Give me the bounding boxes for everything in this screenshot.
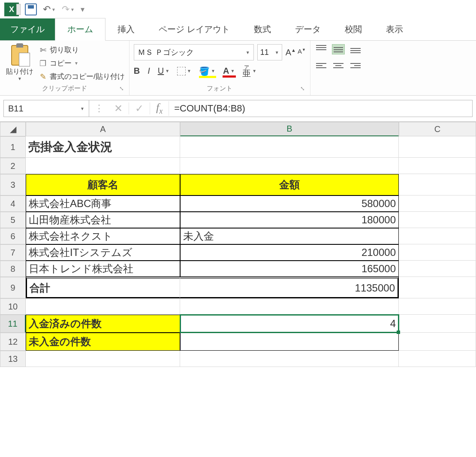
chevron-down-icon[interactable]: ▼ bbox=[275, 50, 279, 55]
tab-page-layout[interactable]: ページ レイアウト bbox=[147, 18, 242, 40]
cell-A8[interactable]: 日本トレンド株式会社 bbox=[26, 261, 180, 277]
row-header[interactable]: 11 bbox=[0, 315, 26, 333]
row-header[interactable]: 6 bbox=[0, 228, 26, 244]
accept-formula-button[interactable]: ✓ bbox=[129, 102, 150, 114]
cell-C2[interactable] bbox=[399, 158, 476, 174]
cell-A9[interactable]: 合計 bbox=[26, 277, 180, 298]
row-header[interactable]: 9 bbox=[0, 277, 26, 298]
tab-data[interactable]: データ bbox=[283, 18, 333, 40]
cell-B2[interactable] bbox=[180, 158, 399, 174]
cell-B8[interactable]: 165000 bbox=[180, 261, 399, 277]
cell-B12[interactable] bbox=[180, 333, 399, 351]
cut-button[interactable]: ✄ 切り取り bbox=[39, 45, 125, 55]
chevron-down-icon[interactable]: ▼ bbox=[74, 61, 78, 66]
row-header[interactable]: 1 bbox=[0, 136, 26, 158]
save-icon[interactable] bbox=[25, 3, 37, 15]
spreadsheet-grid[interactable]: ◢ A B C 1 売掛金入金状況 2 3 顧客名 金額 4 株式会社ABC商事… bbox=[0, 122, 476, 367]
font-size-select[interactable]: 11 ▼ bbox=[257, 44, 282, 60]
cell-A1[interactable]: 売掛金入金状況 bbox=[26, 136, 180, 158]
row-header[interactable]: 7 bbox=[0, 244, 26, 261]
cell-A4[interactable]: 株式会社ABC商事 bbox=[26, 195, 180, 212]
align-bottom-button[interactable] bbox=[349, 44, 362, 54]
col-header-C[interactable]: C bbox=[399, 122, 476, 136]
formula-input[interactable]: =COUNT(B4:B8) bbox=[169, 103, 472, 114]
cell-A12[interactable]: 未入金の件数 bbox=[26, 333, 180, 351]
name-box[interactable]: B11 ▼ bbox=[3, 100, 89, 117]
cell-C8[interactable] bbox=[399, 261, 476, 277]
col-header-B[interactable]: B bbox=[180, 122, 399, 136]
phonetic-button[interactable]: ア亜 ▼ bbox=[242, 66, 256, 77]
decrease-font-button[interactable]: A▼ bbox=[298, 48, 306, 57]
bold-button[interactable]: B bbox=[134, 66, 140, 76]
tab-home[interactable]: ホーム bbox=[55, 18, 105, 41]
cell-C5[interactable] bbox=[399, 212, 476, 228]
cell-B6[interactable]: 未入金 bbox=[180, 228, 399, 244]
italic-button[interactable]: I bbox=[148, 66, 150, 76]
cell-C1[interactable] bbox=[399, 136, 476, 158]
underline-button[interactable]: U▼ bbox=[158, 66, 169, 76]
fill-color-button[interactable]: 🪣▼ bbox=[199, 66, 215, 76]
cell-A7[interactable]: 株式会社ITシステムズ bbox=[26, 244, 180, 261]
increase-font-button[interactable]: A▲ bbox=[286, 48, 296, 57]
cell-A6[interactable]: 株式会社ネクスト bbox=[26, 228, 180, 244]
format-painter-button[interactable]: ✎ 書式のコピー/貼り付け bbox=[39, 72, 125, 81]
tab-formulas[interactable]: 数式 bbox=[242, 18, 283, 40]
row-header[interactable]: 3 bbox=[0, 174, 26, 195]
cell-C10[interactable] bbox=[399, 298, 476, 315]
align-top-button[interactable] bbox=[315, 44, 328, 54]
cell-C6[interactable] bbox=[399, 228, 476, 244]
align-center-button[interactable] bbox=[332, 60, 345, 71]
cell-B5[interactable]: 180000 bbox=[180, 212, 399, 228]
dialog-launcher-icon[interactable]: ⤡ bbox=[119, 85, 124, 92]
cancel-formula-button[interactable]: ✕ bbox=[108, 102, 129, 114]
cell-C4[interactable] bbox=[399, 195, 476, 212]
row-header[interactable]: 4 bbox=[0, 195, 26, 212]
row-header[interactable]: 13 bbox=[0, 351, 26, 367]
align-middle-button[interactable] bbox=[332, 44, 345, 54]
font-color-button[interactable]: A▼ bbox=[223, 66, 235, 76]
chevron-down-icon[interactable]: ▼ bbox=[18, 76, 22, 81]
tab-insert[interactable]: 挿入 bbox=[105, 18, 147, 40]
cell-B1[interactable] bbox=[180, 136, 399, 158]
align-left-button[interactable] bbox=[315, 60, 328, 71]
chevron-down-icon[interactable]: ▼ bbox=[246, 50, 250, 55]
row-header[interactable]: 12 bbox=[0, 333, 26, 351]
cell-B10[interactable] bbox=[180, 298, 399, 315]
cell-A2[interactable] bbox=[26, 158, 180, 174]
undo-button[interactable]: ↶▼ bbox=[43, 4, 56, 15]
cell-A5[interactable]: 山田物産株式会社 bbox=[26, 212, 180, 228]
font-name-select[interactable]: ＭＳ Ｐゴシック ▼ bbox=[134, 44, 254, 60]
cell-A3[interactable]: 顧客名 bbox=[26, 174, 180, 195]
cell-C12[interactable] bbox=[399, 333, 476, 351]
cell-B4[interactable]: 580000 bbox=[180, 195, 399, 212]
cell-C13[interactable] bbox=[399, 351, 476, 367]
cell-A13[interactable] bbox=[26, 351, 180, 367]
cell-C3[interactable] bbox=[399, 174, 476, 195]
cell-B7[interactable]: 210000 bbox=[180, 244, 399, 261]
cell-C9[interactable] bbox=[399, 277, 476, 298]
cell-B11[interactable]: 4 bbox=[180, 315, 399, 333]
chevron-down-icon[interactable]: ▼ bbox=[80, 106, 84, 111]
row-header[interactable]: 2 bbox=[0, 158, 26, 174]
cell-B3[interactable]: 金額 bbox=[180, 174, 399, 195]
select-all-corner[interactable]: ◢ bbox=[0, 122, 26, 136]
tab-file[interactable]: ファイル bbox=[0, 18, 55, 40]
cell-C11[interactable] bbox=[399, 315, 476, 333]
col-header-A[interactable]: A bbox=[26, 122, 180, 136]
paste-button[interactable]: 貼り付け ▼ bbox=[4, 44, 35, 82]
cell-C7[interactable] bbox=[399, 244, 476, 261]
align-right-button[interactable] bbox=[349, 60, 362, 71]
dialog-launcher-icon[interactable]: ⤡ bbox=[300, 85, 305, 92]
tab-view[interactable]: 表示 bbox=[374, 18, 415, 40]
row-header[interactable]: 10 bbox=[0, 298, 26, 315]
customize-qat-icon[interactable]: ▾ bbox=[81, 5, 84, 14]
cell-B9[interactable]: 1135000 bbox=[180, 277, 399, 298]
border-button[interactable]: ▼ bbox=[177, 67, 191, 75]
tab-review[interactable]: 校閲 bbox=[333, 18, 374, 40]
cell-B13[interactable] bbox=[180, 351, 399, 367]
cell-A11[interactable]: 入金済みの件数 bbox=[26, 315, 180, 333]
row-header[interactable]: 5 bbox=[0, 212, 26, 228]
row-header[interactable]: 8 bbox=[0, 261, 26, 277]
copy-button[interactable]: ❐ コピー ▼ bbox=[39, 58, 125, 68]
fx-icon[interactable]: fx bbox=[150, 101, 169, 116]
